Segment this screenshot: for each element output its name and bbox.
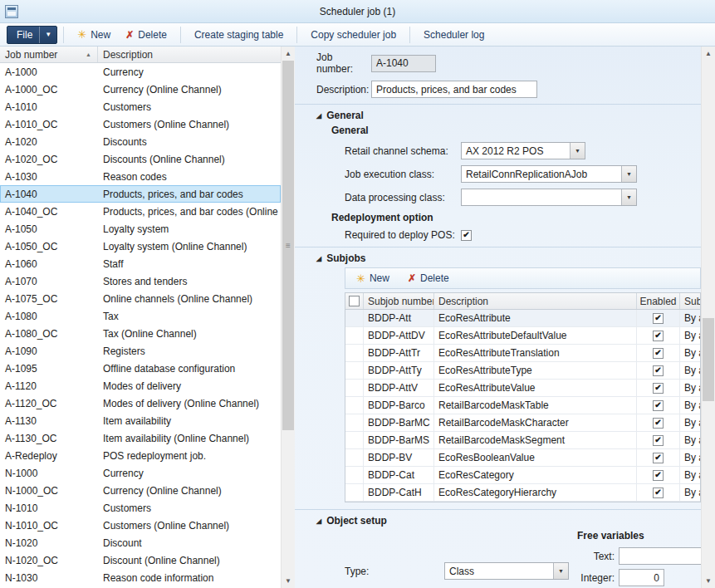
subjob-row[interactable]: BDDP-AttDVEcoResAttributeDefaultValue✔By…: [345, 327, 700, 345]
integer-field[interactable]: 0: [619, 569, 664, 586]
delete-button[interactable]: ✗ Delete: [118, 25, 174, 45]
scroll-up-icon[interactable]: ▲: [702, 47, 715, 61]
description-column-header[interactable]: Description: [98, 47, 281, 62]
subjob-row[interactable]: BDDP-BVEcoResBooleanValue✔By a: [345, 449, 700, 467]
subjobs-delete-button[interactable]: ✗ Delete: [400, 269, 457, 287]
subjob-row[interactable]: BDDP-CatEcoResCategory✔By a: [345, 467, 700, 484]
subjob-number-column-header[interactable]: Subjob number: [364, 293, 434, 309]
select-all-checkbox[interactable]: [349, 296, 360, 306]
subjob-row[interactable]: BDDP-AttEcoResAttribute✔By a: [345, 310, 700, 327]
scroll-down-icon[interactable]: ▼: [702, 574, 715, 588]
job-grid-row[interactable]: A-1090Registers: [0, 342, 281, 360]
file-menu-button[interactable]: File ▼: [7, 26, 57, 44]
dropdown-arrow-icon[interactable]: ▼: [621, 166, 636, 182]
subjob-sub-column-header[interactable]: Sub: [680, 293, 700, 309]
job-grid-row[interactable]: A-1080Tax: [0, 307, 281, 325]
job-grid-row[interactable]: A-1050_OCLoyalty system (Online Channel): [0, 238, 281, 255]
new-button[interactable]: ✳ New: [70, 25, 118, 45]
job-grid-row[interactable]: A-1030Reason codes: [0, 168, 281, 185]
job-grid-row[interactable]: A-1040Products, prices, and bar codes: [0, 185, 281, 203]
integer-field-row: Integer: 0: [577, 569, 701, 586]
scrollbar-thumb[interactable]: ≡: [282, 61, 294, 430]
job-grid-row[interactable]: A-1020_OCDiscounts (Online Channel): [0, 150, 281, 168]
subjob-enabled-checkbox[interactable]: ✔: [653, 435, 664, 446]
job-grid-row[interactable]: N-1010Customers: [0, 499, 281, 517]
job-grid-row[interactable]: A-1120Modes of delivery: [0, 377, 281, 394]
dropdown-arrow-icon[interactable]: ▼: [553, 563, 568, 579]
job-description-cell: Loyalty system: [98, 223, 281, 235]
job-grid-row[interactable]: A-1070Stores and tenders: [0, 272, 281, 290]
text-field[interactable]: [619, 547, 701, 565]
subjob-enabled-checkbox[interactable]: ✔: [653, 488, 664, 498]
job-grid-row[interactable]: N-1030Reason code information: [0, 569, 281, 586]
subjob-row[interactable]: BDDP-AttVEcoResAttributeValue✔By a: [345, 380, 700, 397]
job-grid-row[interactable]: A-1130Item availability: [0, 412, 281, 429]
type-select[interactable]: Class ▼: [444, 562, 569, 580]
scrollbar-track[interactable]: ≡: [282, 61, 295, 574]
subjob-enabled-checkbox[interactable]: ✔: [653, 400, 664, 411]
job-grid-row[interactable]: A-1130_OCItem availability (Online Chann…: [0, 429, 281, 447]
subjob-enabled-checkbox[interactable]: ✔: [653, 470, 664, 481]
subjob-enabled-checkbox[interactable]: ✔: [653, 348, 664, 359]
job-grid-row[interactable]: A-1020Discounts: [0, 133, 281, 150]
job-number-cell: N-1000: [0, 468, 98, 479]
description-field[interactable]: Products, prices, and bar codes: [371, 81, 537, 98]
job-number-field[interactable]: A-1040: [371, 55, 436, 72]
dropdown-arrow-icon[interactable]: ▼: [621, 189, 636, 205]
job-grid-scrollbar[interactable]: ▲ ≡ ▼: [281, 47, 295, 588]
job-number-column-header[interactable]: Job number ▲: [0, 47, 98, 62]
general-section-header[interactable]: ◢ General: [316, 110, 701, 121]
job-grid-row[interactable]: A-1050Loyalty system: [0, 220, 281, 238]
job-grid: Job number ▲ Description A-1000CurrencyA…: [0, 47, 281, 588]
subjob-select-cell: [345, 380, 364, 396]
copy-scheduler-job-button[interactable]: Copy scheduler job: [303, 25, 404, 45]
job-grid-row[interactable]: A-1120_OCModes of delivery (Online Chann…: [0, 394, 281, 412]
subjob-enabled-checkbox[interactable]: ✔: [653, 383, 664, 394]
dropdown-arrow-icon[interactable]: ▼: [570, 143, 585, 159]
detail-scrollbar[interactable]: ▲ ▼: [701, 47, 715, 588]
subjob-description-column-header[interactable]: Description: [434, 293, 637, 309]
subjob-row[interactable]: BDDP-AttTyEcoResAttributeType✔By a: [345, 362, 700, 380]
job-grid-row[interactable]: A-1060Staff: [0, 255, 281, 272]
job-grid-row[interactable]: A-RedeployPOS redeployment job.: [0, 447, 281, 464]
subjobs-section-header[interactable]: ◢ Subjobs: [316, 252, 701, 264]
subjob-enabled-checkbox[interactable]: ✔: [653, 418, 664, 429]
scroll-up-icon[interactable]: ▲: [282, 47, 295, 61]
subjob-row[interactable]: BDDP-CatHEcoResCategoryHierarchy✔By a: [345, 484, 700, 502]
job-grid-row[interactable]: A-1010Customers: [0, 98, 281, 115]
subjob-enabled-checkbox[interactable]: ✔: [653, 365, 664, 376]
subjob-enabled-checkbox[interactable]: ✔: [653, 331, 664, 341]
job-grid-row[interactable]: A-1080_OCTax (Online Channel): [0, 325, 281, 342]
job-number-cell: A-1050_OC: [0, 241, 98, 252]
subjob-enabled-cell: ✔: [637, 327, 680, 344]
object-setup-section-header[interactable]: ◢ Object setup: [316, 515, 701, 527]
scroll-down-icon[interactable]: ▼: [282, 574, 295, 588]
job-execution-class-select[interactable]: RetailConnReplicationAJob ▼: [461, 165, 637, 183]
job-grid-row[interactable]: N-1010_OCCustomers (Online Channel): [0, 517, 281, 534]
subjob-row[interactable]: BDDP-BarMCRetailBarcodeMaskCharacter✔By …: [345, 414, 700, 432]
job-grid-row[interactable]: A-1040_OCProducts, prices, and bar codes…: [0, 203, 281, 220]
retail-channel-schema-select[interactable]: AX 2012 R2 POS ▼: [461, 142, 585, 159]
job-grid-row[interactable]: N-1020Discount: [0, 534, 281, 551]
job-grid-row[interactable]: A-1075_OCOnline channels (Online Channel…: [0, 290, 281, 307]
data-processing-class-select[interactable]: ▼: [461, 189, 637, 206]
subjob-enabled-checkbox[interactable]: ✔: [653, 453, 664, 463]
subjobs-new-button[interactable]: ✳ New: [349, 269, 397, 287]
scrollbar-thumb[interactable]: [703, 318, 714, 401]
subjob-enabled-column-header[interactable]: Enabled: [637, 293, 680, 309]
scheduler-log-button[interactable]: Scheduler log: [416, 25, 492, 45]
job-grid-row[interactable]: A-1000Currency: [0, 63, 281, 81]
subjob-enabled-checkbox[interactable]: ✔: [653, 313, 664, 324]
subjob-row[interactable]: BDDP-AttTrEcoResAttributeTranslation✔By …: [345, 345, 700, 362]
subjob-row[interactable]: BDDP-BarMSRetailBarcodeMaskSegment✔By a: [345, 432, 700, 449]
job-grid-row[interactable]: N-1020_OCDiscount (Online Channel): [0, 551, 281, 569]
job-grid-row[interactable]: A-1000_OCCurrency (Online Channel): [0, 81, 281, 98]
job-grid-row[interactable]: N-1000_OCCurrency (Online Channel): [0, 482, 281, 499]
job-grid-row[interactable]: A-1010_OCCustomers (Online Channel): [0, 115, 281, 133]
job-grid-row[interactable]: N-1000Currency: [0, 464, 281, 482]
create-staging-table-button[interactable]: Create staging table: [187, 25, 291, 45]
subjob-row[interactable]: BDDP-BarcoRetailBarcodeMaskTable✔By a: [345, 397, 700, 414]
scrollbar-track[interactable]: [702, 61, 715, 574]
job-grid-row[interactable]: A-1095Offline database configuration: [0, 360, 281, 377]
required-to-deploy-pos-checkbox[interactable]: ✔: [461, 230, 472, 241]
